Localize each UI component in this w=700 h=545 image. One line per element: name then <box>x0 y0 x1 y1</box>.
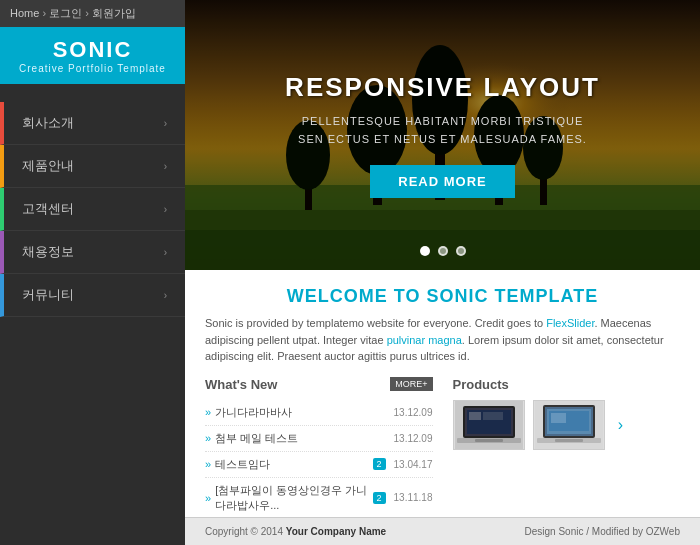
news-text-2[interactable]: 첨부 메일 테스트 <box>215 431 385 446</box>
sidebar-item-2[interactable]: 제품안내 › <box>0 145 185 188</box>
hero-pagination <box>420 246 466 256</box>
news-badge-3: 2 <box>373 458 386 470</box>
footer-copyright: Copyright © 2014 Your Company Name <box>205 526 386 537</box>
laptop-svg-1 <box>455 401 523 449</box>
svg-rect-19 <box>469 412 481 420</box>
logo-subtitle: Creative Portfolio Template <box>0 63 185 74</box>
svg-rect-30 <box>555 439 583 442</box>
arrow-icon-1: › <box>164 118 167 129</box>
news-item-4: » [첨부파일이 동영상인경우 가니다라밥사우... 2 13.11.18 <box>205 478 433 518</box>
welcome-text: Sonic is provided by templatemo website … <box>205 315 680 365</box>
bullet-4: » <box>205 492 211 504</box>
content-section: WELCOME TO SONIC TEMPLATE Sonic is provi… <box>185 270 700 517</box>
news-text-4[interactable]: [첨부파일이 동영상인경우 가니다라밥사우... <box>215 483 368 513</box>
sidebar-item-label-5: 커뮤니티 <box>22 286 74 304</box>
news-text-1[interactable]: 가니다라마바사 <box>215 405 385 420</box>
welcome-title: WELCOME TO SONIC TEMPLATE <box>205 286 680 307</box>
news-badge-4: 2 <box>373 492 386 504</box>
sidebar-logo: SONIC Creative Portfolio Template <box>0 27 185 84</box>
hero-dot-1[interactable] <box>420 246 430 256</box>
breadcrumb-home[interactable]: Home <box>10 7 39 19</box>
news-date-3: 13.04.17 <box>394 459 433 470</box>
sidebar: Home › 로그인 › 회원가입 SONIC Creative Portfol… <box>0 0 185 545</box>
sidebar-item-5[interactable]: 커뮤니티 › <box>0 274 185 317</box>
product-thumb-1[interactable] <box>453 400 525 450</box>
arrow-icon-4: › <box>164 247 167 258</box>
news-item-2: » 첨부 메일 테스트 13.12.09 <box>205 426 433 452</box>
sidebar-item-label-4: 채용정보 <box>22 243 74 261</box>
arrow-icon-3: › <box>164 204 167 215</box>
read-more-button[interactable]: READ MORE <box>370 165 514 198</box>
footer-design: Design Sonic / Modified by OZWeb <box>525 526 680 537</box>
bullet-3: » <box>205 458 211 470</box>
sidebar-item-1[interactable]: 회사소개 › <box>0 102 185 145</box>
news-date-1: 13.12.09 <box>394 407 433 418</box>
products-title: Products <box>453 377 681 392</box>
sidebar-item-label-1: 회사소개 <box>22 114 74 132</box>
hero-dot-3[interactable] <box>456 246 466 256</box>
news-text-3[interactable]: 테스트임다 <box>215 457 368 472</box>
sidebar-menu: 회사소개 › 제품안내 › 고객센터 › 채용정보 › 커뮤니티 › <box>0 102 185 545</box>
logo-title: SONIC <box>0 37 185 63</box>
bullet-2: » <box>205 432 211 444</box>
svg-rect-28 <box>551 413 566 423</box>
product-thumb-2[interactable] <box>533 400 605 450</box>
products-arrow[interactable]: › <box>613 400 629 450</box>
sidebar-item-label-2: 제품안내 <box>22 157 74 175</box>
news-item-1: » 가니다라마바사 13.12.09 <box>205 400 433 426</box>
flexslider-link[interactable]: FlexSlider <box>546 317 594 329</box>
footer: Copyright © 2014 Your Company Name Desig… <box>185 517 700 545</box>
laptop-svg-2 <box>535 401 603 449</box>
more-badge[interactable]: MORE+ <box>390 377 432 391</box>
hero-text-container: RESPONSIVE LAYOUT PELLENTESQUE HABITANT … <box>185 0 700 270</box>
hero-dot-2[interactable] <box>438 246 448 256</box>
two-column-layout: What's New MORE+ » 가니다라마바사 13.12.09 » 첨부… <box>205 377 680 518</box>
main-content: RESPONSIVE LAYOUT PELLENTESQUE HABITANT … <box>185 0 700 545</box>
news-item-3: » 테스트임다 2 13.04.17 <box>205 452 433 478</box>
whats-new-title: What's New <box>205 377 277 392</box>
products-section: Products <box>453 377 681 518</box>
breadcrumb-register[interactable]: 회원가입 <box>92 7 136 19</box>
news-date-2: 13.12.09 <box>394 433 433 444</box>
hero-slider: RESPONSIVE LAYOUT PELLENTESQUE HABITANT … <box>185 0 700 270</box>
hero-subtitle: PELLENTESQUE HABITANT MORBI TRISTIQUE SE… <box>293 113 593 148</box>
arrow-icon-2: › <box>164 161 167 172</box>
breadcrumb-login[interactable]: 로그인 <box>49 7 82 19</box>
footer-company: Your Company Name <box>286 526 386 537</box>
svg-rect-20 <box>483 412 503 420</box>
news-date-4: 13.11.18 <box>394 492 433 503</box>
whats-new-header: What's New MORE+ <box>205 377 433 392</box>
product-thumbnails: › <box>453 400 681 450</box>
whats-new-section: What's New MORE+ » 가니다라마바사 13.12.09 » 첨부… <box>205 377 433 518</box>
pulvinar-link[interactable]: pulvinar magna <box>387 334 462 346</box>
hero-title: RESPONSIVE LAYOUT <box>285 72 600 103</box>
arrow-icon-5: › <box>164 290 167 301</box>
bullet-1: » <box>205 406 211 418</box>
sidebar-item-label-3: 고객센터 <box>22 200 74 218</box>
sidebar-item-4[interactable]: 채용정보 › <box>0 231 185 274</box>
breadcrumb: Home › 로그인 › 회원가입 <box>0 0 185 27</box>
svg-rect-22 <box>475 439 503 442</box>
sidebar-item-3[interactable]: 고객센터 › <box>0 188 185 231</box>
